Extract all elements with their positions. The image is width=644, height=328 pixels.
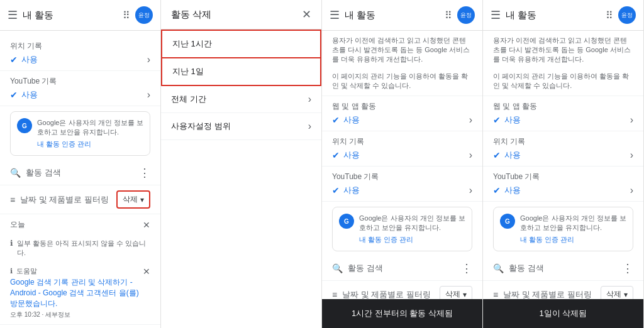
- time-option-1hour[interactable]: 지난 1시간: [161, 30, 321, 57]
- activity-title-1[interactable]: Google 검색 기록 관리 및 삭제하기 - Android - Googl…: [10, 278, 139, 308]
- location-enabled: ✔ 사용: [10, 54, 38, 65]
- location-chevron-3[interactable]: ›: [469, 150, 472, 161]
- location-chevron-4[interactable]: ›: [630, 150, 633, 161]
- hamburger-icon-3[interactable]: ☰: [330, 8, 340, 22]
- hamburger-icon-1[interactable]: ☰: [8, 8, 18, 22]
- web-app-row-3: ✔ 사용 ›: [332, 114, 472, 126]
- location-row-3: ✔ 사용 ›: [332, 150, 472, 161]
- info-icon-1: ℹ: [10, 239, 13, 248]
- location-status: 사용: [21, 54, 38, 65]
- web-app-status-4: 사용: [504, 114, 521, 126]
- grid-icon-4[interactable]: ⠿: [606, 9, 613, 21]
- auth-link-3[interactable]: 내 활동 인증 관리: [359, 235, 465, 244]
- youtube-status-4: 사용: [504, 185, 521, 196]
- youtube-section-4: YouTube 기록 ✔ 사용 ›: [483, 167, 643, 202]
- more-icon-3[interactable]: ⋮: [461, 261, 472, 275]
- youtube-chevron-4[interactable]: ›: [630, 185, 633, 196]
- web-app-chevron-4[interactable]: ›: [630, 114, 633, 126]
- option-custom-chevron: ›: [308, 121, 311, 132]
- web-app-section-4: 웹 및 앱 활동 ✔ 사용 ›: [483, 96, 643, 131]
- today-close-icon-1[interactable]: ✕: [143, 220, 150, 230]
- activity-time-1: 오후 10:32 · 세부정보: [10, 310, 143, 319]
- location-status-3: 사용: [343, 150, 360, 161]
- filter-icon-4: ≡: [493, 290, 498, 300]
- youtube-check-icon-3: ✔: [332, 185, 340, 195]
- youtube-status: 사용: [21, 89, 38, 101]
- avatar-3[interactable]: 윤정: [457, 6, 475, 24]
- modal-header-2: 활동 삭제 ✕: [161, 0, 321, 30]
- info-notice-1: ℹ 일부 활동은 아직 표시되지 않을 수 있습니다.: [0, 235, 160, 261]
- location-label-3: 위치 기록: [332, 136, 472, 147]
- panel-3: ☰ 내 활동 ⠿ 윤정 용자가 이전에 검색하고 읽고 시청했던 콘텐츠를 다시…: [322, 0, 483, 328]
- web-app-check-icon-3: ✔: [332, 115, 340, 125]
- dropdown-arrow-icon-1: ▾: [140, 195, 144, 204]
- location-row: ✔ 사용 ›: [10, 54, 150, 65]
- avatar-1[interactable]: 윤정: [135, 6, 153, 24]
- web-app-enabled-4: ✔ 사용: [493, 114, 521, 126]
- location-label: 위치 기록: [10, 41, 150, 52]
- search-row-3: 🔍 활동 검색 ⋮: [322, 256, 482, 281]
- grid-icon-3[interactable]: ⠿: [445, 9, 452, 21]
- hamburger-icon-4[interactable]: ☰: [491, 8, 501, 22]
- toast-4: 1일이 삭제됨: [483, 299, 643, 328]
- option-all-chevron: ›: [308, 94, 311, 105]
- panel-1-content: 위치 기록 ✔ 사용 › YouTube 기록 ✔ 사용 › G: [0, 31, 160, 328]
- grid-icon-1[interactable]: ⠿: [123, 9, 130, 21]
- location-status-4: 사용: [504, 150, 521, 161]
- web-app-enabled-3: ✔ 사용: [332, 114, 360, 126]
- more-icon-4[interactable]: ⋮: [622, 261, 633, 275]
- web-app-label-3: 웹 및 앱 활동: [332, 101, 472, 112]
- today-label-1: 오늘: [10, 219, 25, 230]
- dropdown-arrow-icon-3: ▾: [463, 290, 467, 299]
- today-section-1: 오늘 ✕: [0, 214, 160, 235]
- location-section-3: 위치 기록 ✔ 사용 ›: [322, 131, 482, 167]
- youtube-check-icon: ✔: [10, 90, 18, 100]
- panel-4-title: 내 활동: [506, 9, 601, 21]
- modal-title-2: 활동 삭제: [171, 9, 211, 21]
- time-option-all[interactable]: 전체 기간 ›: [161, 86, 321, 113]
- location-label-4: 위치 기록: [493, 136, 633, 147]
- help-icon-1: ℹ: [10, 267, 13, 275]
- help-card-1: ℹ 도움말 Google 검색 기록 관리 및 삭제하기 - Android -…: [0, 261, 160, 325]
- location-row-4: ✔ 사용 ›: [493, 150, 633, 161]
- google-info-box-1: G Google은 사용자의 개인 정보를 보호하고 보안을 유지합니다. 내 …: [10, 111, 150, 156]
- youtube-row: ✔ 사용 ›: [10, 89, 150, 101]
- time-option-custom[interactable]: 사용자설정 범위 ›: [161, 113, 321, 140]
- google-shield-icon-4: G: [500, 214, 515, 229]
- delete-button-1[interactable]: 삭제 ▾: [116, 190, 150, 209]
- activity-close-icon-1[interactable]: ✕: [143, 266, 150, 276]
- modal-close-icon-2[interactable]: ✕: [302, 8, 311, 21]
- web-app-status-3: 사용: [343, 114, 360, 126]
- filter-text-1: 날짜 및 제품별로 필터링: [20, 194, 111, 205]
- option-1day-label: 지난 1일: [172, 66, 204, 77]
- panel-4-content: 용자가 이전에 검색하고 읽고 시청했던 콘텐츠를 다시 발견하도록 돕는 등 …: [483, 31, 643, 328]
- search-row-4: 🔍 활동 검색 ⋮: [483, 256, 643, 281]
- search-icon-4: 🔍: [493, 263, 504, 273]
- web-app-check-icon-4: ✔: [493, 115, 501, 125]
- youtube-enabled-4: ✔ 사용: [493, 185, 521, 196]
- auth-link-1[interactable]: 내 활동 인증 관리: [37, 139, 143, 149]
- google-info-text-1: Google은 사용자의 개인 정보를 보호하고 보안을 유지합니다. 내 활동…: [37, 118, 143, 149]
- more-icon-1[interactable]: ⋮: [139, 166, 150, 180]
- youtube-chevron-icon[interactable]: ›: [147, 89, 150, 101]
- search-row-1: 🔍 활동 검색 ⋮: [0, 161, 160, 185]
- location-check-icon-4: ✔: [493, 150, 501, 160]
- search-icon-3: 🔍: [332, 263, 343, 273]
- google-info-text-4: Google은 사용자의 개인 정보를 보호하고 보안을 유지합니다. 내 활동…: [520, 214, 626, 244]
- google-info-text-3: Google은 사용자의 개인 정보를 보호하고 보안을 유지합니다. 내 활동…: [359, 214, 465, 244]
- google-info-box-3: G Google은 사용자의 개인 정보를 보호하고 보안을 유지합니다. 내 …: [332, 207, 472, 251]
- auth-link-4[interactable]: 내 활동 인증 관리: [520, 235, 626, 244]
- notice-text-1: 일부 활동은 아직 표시되지 않을 수 있습니다.: [17, 239, 150, 258]
- time-option-1day[interactable]: 지난 1일: [161, 57, 321, 86]
- location-record-section: 위치 기록 ✔ 사용 ›: [0, 36, 160, 71]
- location-chevron-icon[interactable]: ›: [147, 54, 150, 65]
- panel-3-title: 내 활동: [345, 9, 440, 21]
- youtube-row-3: ✔ 사용 ›: [332, 185, 472, 196]
- youtube-chevron-3[interactable]: ›: [469, 185, 472, 196]
- activity-content-1: ℹ 도움말 Google 검색 기록 관리 및 삭제하기 - Android -…: [10, 266, 143, 319]
- location-section-4: 위치 기록 ✔ 사용 ›: [483, 131, 643, 167]
- avatar-4[interactable]: 윤정: [618, 6, 636, 24]
- panel-1-header: ☰ 내 활동 ⠿ 윤정: [0, 0, 160, 31]
- web-app-chevron-3[interactable]: ›: [469, 114, 472, 126]
- youtube-label-3: YouTube 기록: [332, 172, 472, 182]
